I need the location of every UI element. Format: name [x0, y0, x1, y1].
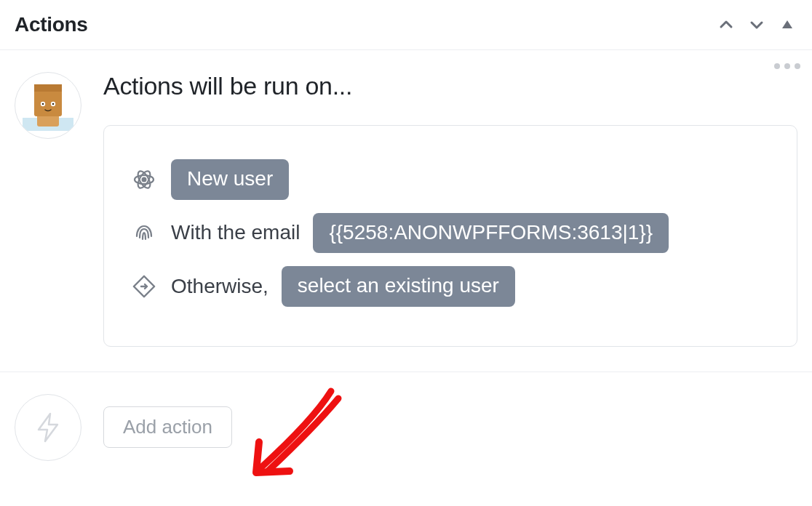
move-up-icon[interactable]: [716, 15, 736, 35]
fingerprint-icon: [130, 219, 158, 246]
avatar-icon: [23, 80, 73, 131]
add-action-button[interactable]: Add action: [103, 406, 232, 448]
new-user-row: New user: [130, 159, 771, 200]
add-action-section: Add action: [0, 372, 812, 483]
diamond-arrow-icon: [130, 273, 158, 300]
actions-header: Actions: [0, 0, 812, 50]
email-prefix: With the email: [171, 221, 300, 244]
move-down-icon[interactable]: [747, 15, 767, 35]
otherwise-prefix: Otherwise,: [171, 275, 268, 298]
svg-point-9: [142, 177, 147, 182]
header-title: Actions: [15, 13, 88, 36]
email-token-chip[interactable]: {{5258:ANONWPFFORMS:3613|1}}: [313, 213, 669, 254]
svg-point-7: [42, 103, 44, 105]
header-controls: [716, 15, 797, 35]
more-options-icon[interactable]: [774, 63, 800, 69]
email-row: With the email {{5258:ANONWPFFORMS:3613|…: [130, 213, 771, 254]
collapse-icon[interactable]: [777, 15, 797, 35]
user-avatar: [15, 72, 81, 139]
new-user-chip[interactable]: New user: [171, 159, 289, 200]
svg-marker-14: [39, 414, 57, 441]
action-placeholder-avatar: [15, 394, 81, 461]
select-existing-user-chip[interactable]: select an existing user: [282, 266, 515, 307]
svg-marker-0: [782, 20, 792, 28]
trigger-title: Actions will be run on...: [103, 72, 797, 100]
trigger-card: New user With the email {{5258:ANONWPFFO…: [103, 125, 797, 347]
svg-point-8: [52, 103, 55, 105]
otherwise-row: Otherwise, select an existing user: [130, 266, 771, 307]
svg-rect-4: [34, 84, 62, 92]
trigger-section: Actions will be run on... New user: [0, 50, 812, 372]
atom-icon: [130, 166, 158, 193]
lightning-icon: [31, 411, 65, 444]
